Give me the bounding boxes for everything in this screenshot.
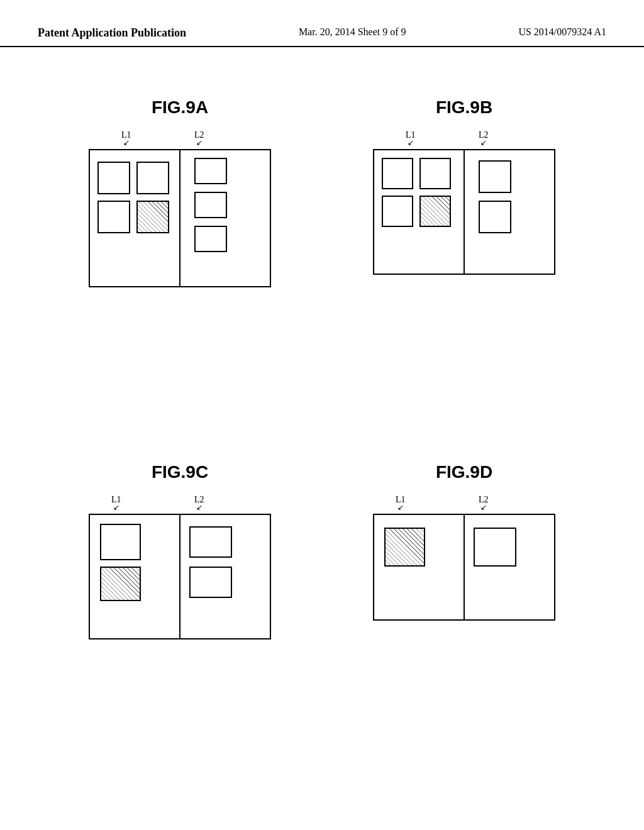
fig9b-sq-tl [382, 158, 413, 189]
fig9a-sq-bl [97, 201, 130, 233]
fig9a-right-panel [180, 150, 270, 286]
fig9a-right-sq1 [194, 158, 227, 184]
fig9c-right-panel [180, 515, 270, 638]
fig9c-diagram: L1 ↙ L2 ↙ [89, 495, 271, 639]
figure-9d: FIG.9D L1 ↙ L2 ↙ [335, 462, 594, 789]
fig9c-sq-top [100, 524, 141, 560]
fig9d-title: FIG.9D [436, 462, 492, 482]
figure-9c: FIG.9C L1 ↙ L2 ↙ [50, 462, 309, 789]
fig9a-sq-tr [136, 162, 169, 194]
fig9d-right-sq [474, 528, 516, 567]
fig9d-outer-rect [373, 514, 555, 621]
fig9c-labels: L1 ↙ L2 ↙ [89, 495, 271, 514]
fig9c-label-l2: L2 ↙ [194, 495, 204, 511]
fig9a-sq-br-hatched [136, 201, 169, 233]
fig9c-label-l1: L1 ↙ [111, 495, 121, 511]
fig9a-label-l1: L1 ↙ [121, 130, 131, 147]
fig9d-left-panel [374, 515, 465, 619]
fig9a-right-sq3 [194, 226, 227, 252]
fig9b-sq-tr [419, 158, 451, 189]
fig9b-labels: L1 ↙ L2 ↙ [373, 130, 555, 149]
fig9a-left-panel [90, 150, 180, 286]
fig9b-right-sq1 [479, 160, 511, 193]
fig9d-right-panel [465, 515, 554, 619]
fig9c-outer-rect [89, 514, 271, 639]
fig9c-right-sq2 [189, 567, 232, 598]
fig9b-label-l2: L2 ↙ [479, 130, 489, 147]
fig9b-right-sq2 [479, 201, 511, 233]
fig9a-title: FIG.9A [152, 97, 208, 118]
page-header: Patent Application Publication Mar. 20, … [0, 0, 644, 47]
header-patent-number: US 2014/0079324 A1 [518, 25, 606, 39]
fig9a-diagram: L1 ↙ L2 ↙ [89, 130, 271, 287]
fig9c-right-sq1 [189, 526, 232, 558]
fig9b-sq-bl [382, 196, 413, 227]
fig9b-sq-br-hatched [419, 196, 451, 227]
fig9a-outer-rect [89, 149, 271, 287]
figure-9b: FIG.9B L1 ↙ L2 ↙ [335, 97, 594, 424]
fig9a-labels: L1 ↙ L2 ↙ [89, 130, 271, 149]
fig9c-sq-bottom-hatched [100, 567, 141, 601]
header-date-sheet: Mar. 20, 2014 Sheet 9 of 9 [299, 25, 406, 39]
fig9b-right-panel [465, 150, 554, 274]
fig9d-label-l1: L1 ↙ [396, 495, 406, 511]
header-publication-label: Patent Application Publication [38, 25, 186, 41]
main-content: FIG.9A L1 ↙ L2 ↙ [0, 47, 644, 827]
fig9b-title: FIG.9B [436, 97, 492, 118]
fig9b-outer-rect [373, 149, 555, 275]
fig9d-labels: L1 ↙ L2 ↙ [373, 495, 555, 514]
fig9c-title: FIG.9C [152, 462, 208, 482]
fig9a-label-l2: L2 ↙ [194, 130, 204, 147]
fig9a-right-sq2 [194, 192, 227, 218]
fig9c-left-panel [90, 515, 180, 638]
fig9b-label-l1: L1 ↙ [406, 130, 416, 147]
fig9d-diagram: L1 ↙ L2 ↙ [373, 495, 555, 621]
fig9b-diagram: L1 ↙ L2 ↙ [373, 130, 555, 275]
fig9d-label-l2: L2 ↙ [479, 495, 489, 511]
fig9a-sq-tl [97, 162, 130, 194]
fig9d-sq-hatched [384, 528, 425, 567]
figure-9a: FIG.9A L1 ↙ L2 ↙ [50, 97, 309, 424]
fig9b-left-panel [374, 150, 465, 274]
